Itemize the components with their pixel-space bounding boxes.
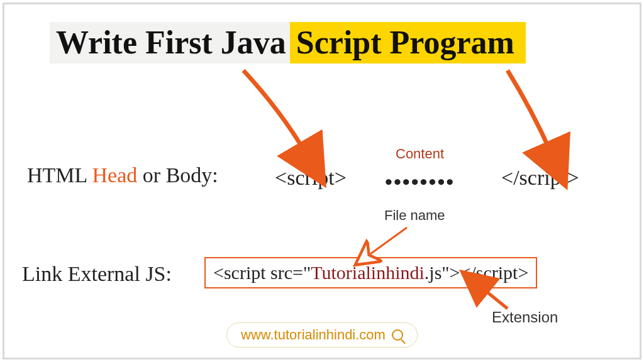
search-icon <box>392 329 403 341</box>
external-code-box: <script src="Tutorialinhindi.js"></scrip… <box>204 257 537 288</box>
filename-label: File name <box>384 207 445 224</box>
extension-label: Extension <box>492 309 558 326</box>
page-title: Write First Java Script Program <box>50 22 526 63</box>
location-suffix: or Body: <box>137 163 218 187</box>
footer-url-pill: www.tutorialinhindi.com <box>226 322 418 348</box>
title-right: Script Program <box>290 22 526 63</box>
location-head: Head <box>92 163 138 187</box>
script-open-tag: <script> <box>275 166 347 190</box>
location-prefix: HTML <box>27 163 92 187</box>
code-post: .js"></script> <box>425 262 529 283</box>
code-filename: Tutorialinhindi <box>311 262 425 283</box>
diagram-frame: Write First Java Script Program HTML Hea… <box>3 3 641 359</box>
footer-url: www.tutorialinhindi.com <box>241 327 386 343</box>
content-dots: •••••••• <box>385 170 455 194</box>
script-close-tag: </script> <box>501 166 579 190</box>
code-pre: <script src=" <box>213 262 311 283</box>
content-label: Content <box>396 146 444 162</box>
title-left: Write First Java <box>50 22 290 63</box>
location-label: HTML Head or Body: <box>27 163 218 187</box>
external-label: Link External JS: <box>22 262 172 286</box>
